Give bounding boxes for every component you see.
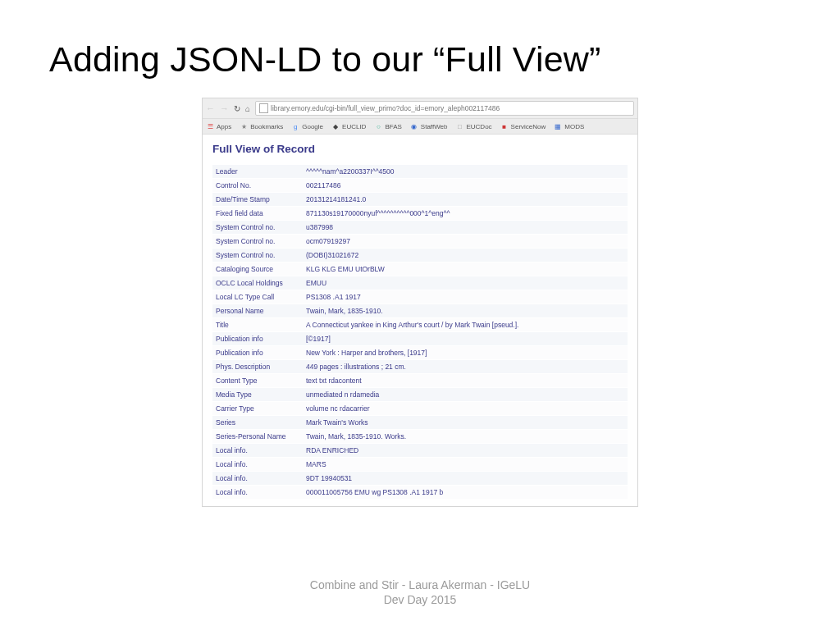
record-row: TitleA Connecticut yankee in King Arthur… [212,318,628,332]
record-field-value: 002117486 [303,179,628,193]
bookmark-icon: ☰ [206,122,214,130]
url-text: library.emory.edu/cgi-bin/full_view_prim… [271,104,500,112]
record-field-value: Mark Twain's Works [303,416,628,430]
record-field-label: Series-Personal Name [212,430,303,444]
record-row: Local info.9DT 19940531 [212,472,628,486]
record-field-label: Content Type [212,374,303,388]
record-row: Carrier Typevolume nc rdacarrier [212,402,628,416]
bookmark-label: Google [302,123,323,130]
bookmark-icon: g [291,122,299,130]
bookmark-item: □EUCDoc [455,122,491,130]
record-field-label: Publication info [212,332,303,346]
record-field-value: 000011005756 EMU wg PS1308 .A1 1917 b [303,486,628,500]
record-field-label: Date/Time Stamp [212,193,303,207]
record-field-label: Media Type [212,388,303,402]
record-field-value: text txt rdacontent [303,374,628,388]
record-field-label: Title [212,318,303,332]
bookmark-item: ★Bookmarks [240,122,283,130]
record-field-value: MARS [303,458,628,472]
record-field-value: 20131214181241.0 [303,193,628,207]
record-field-value: (DOBI)31021672 [303,249,628,262]
record-row: Cataloging SourceKLG KLG EMU UtOrBLW [212,262,628,276]
bookmark-item: ◉StaffWeb [410,122,448,130]
record-field-label: Carrier Type [212,402,303,416]
record-row: Publication info[©1917] [212,332,628,346]
record-field-value: PS1308 .A1 1917 [303,290,628,304]
record-row: Local LC Type CallPS1308 .A1 1917 [212,290,628,304]
record-field-label: Fixed field data [212,207,303,221]
bookmark-icon: ■ [500,122,509,130]
bookmark-label: Bookmarks [250,123,283,130]
record-field-value: A Connecticut yankee in King Arthur's co… [303,318,628,332]
record-field-value: ^^^^^nam^a2200337I^^4500 [303,165,628,179]
record-field-label: Control No. [212,179,303,193]
record-field-value: unmediated n rdamedia [303,388,628,402]
bookmark-icon: ◆ [331,122,340,130]
record-field-value: volume nc rdacarrier [303,402,628,416]
browser-screenshot: ← → ↻ ⌂ library.emory.edu/cgi-bin/full_v… [202,98,638,507]
record-field-label: System Control no. [212,221,303,235]
home-icon: ⌂ [245,104,250,113]
bookmark-item: ■ServiceNow [500,122,546,130]
bookmark-label: BFAS [385,123,401,130]
record-field-value: [©1917] [303,332,628,346]
record-field-label: Local info. [212,458,303,472]
record-field-label: OCLC Local Holdings [212,276,303,290]
record-field-label: Personal Name [212,304,303,318]
record-row: SeriesMark Twain's Works [212,416,628,430]
bookmark-icon: ▦ [554,122,562,130]
footer-line-2: Dev Day 2015 [0,592,840,607]
record-row: Date/Time Stamp20131214181241.0 [212,193,628,207]
record-field-label: Series [212,416,303,430]
record-field-label: System Control no. [212,235,303,249]
record-row: Content Typetext txt rdacontent [212,374,628,388]
record-row: Control No.002117486 [212,179,628,193]
record-field-value: 9DT 19940531 [303,472,628,486]
record-field-label: Local info. [212,472,303,486]
record-field-value: ocm07919297 [303,235,628,249]
record-field-value: u387998 [303,221,628,235]
bookmark-label: EUCDoc [466,123,491,130]
record-field-value: KLG KLG EMU UtOrBLW [303,262,628,276]
bookmark-label: StaffWeb [421,123,448,130]
bookmarks-bar: ☰Apps★BookmarksgGoogle◆EUCLID○BFAS◉Staff… [203,119,637,135]
record-row: Publication infoNew York : Harper and br… [212,346,628,360]
record-row: Local info.MARS [212,458,628,472]
record-heading: Full View of Record [212,143,628,155]
record-row: Phys. Description449 pages : illustratio… [212,360,628,374]
record-row: Media Typeunmediated n rdamedia [212,388,628,402]
slide-title: Adding JSON-LD to our “Full View” [0,0,840,88]
bookmark-icon: □ [455,122,463,130]
record-field-label: Leader [212,165,303,179]
reload-icon: ↻ [234,104,240,113]
bookmark-label: Apps [217,123,231,130]
record-row: Local info.RDA ENRICHED [212,444,628,458]
bookmark-item: ◆EUCLID [331,122,366,130]
forward-arrow-icon: → [220,103,229,113]
url-bar: library.emory.edu/cgi-bin/full_view_prim… [255,101,634,116]
record-row: OCLC Local HoldingsEMUU [212,276,628,290]
bookmark-item: gGoogle [291,122,323,130]
record-field-value: 449 pages : illustrations ; 21 cm. [303,360,628,374]
browser-nav-toolbar: ← → ↻ ⌂ library.emory.edu/cgi-bin/full_v… [203,98,637,119]
record-field-label: Publication info [212,346,303,360]
slide-footer: Combine and Stir - Laura Akerman - IGeLU… [0,578,840,607]
record-row: Series-Personal NameTwain, Mark, 1835-19… [212,430,628,444]
bookmark-label: ServiceNow [511,123,546,130]
record-row: Personal NameTwain, Mark, 1835-1910. [212,304,628,318]
bookmark-item: ○BFAS [374,122,401,130]
bookmark-icon: ★ [240,122,248,130]
record-field-value: 871130s19170000nyuf^^^^^^^^^^000^1^eng^^ [303,207,628,221]
record-field-value: EMUU [303,276,628,290]
record-field-label: Phys. Description [212,360,303,374]
bookmark-label: EUCLID [342,123,366,130]
record-field-label: Local info. [212,444,303,458]
bookmark-label: MODS [564,123,584,130]
record-field-value: Twain, Mark, 1835-1910. Works. [303,430,628,444]
record-row: System Control no.u387998 [212,221,628,235]
record-field-value: Twain, Mark, 1835-1910. [303,304,628,318]
record-field-label: Local info. [212,486,303,500]
record-row: System Control no.(DOBI)31021672 [212,249,628,262]
record-table: Leader^^^^^nam^a2200337I^^4500Control No… [212,165,628,500]
page-icon [259,103,268,113]
